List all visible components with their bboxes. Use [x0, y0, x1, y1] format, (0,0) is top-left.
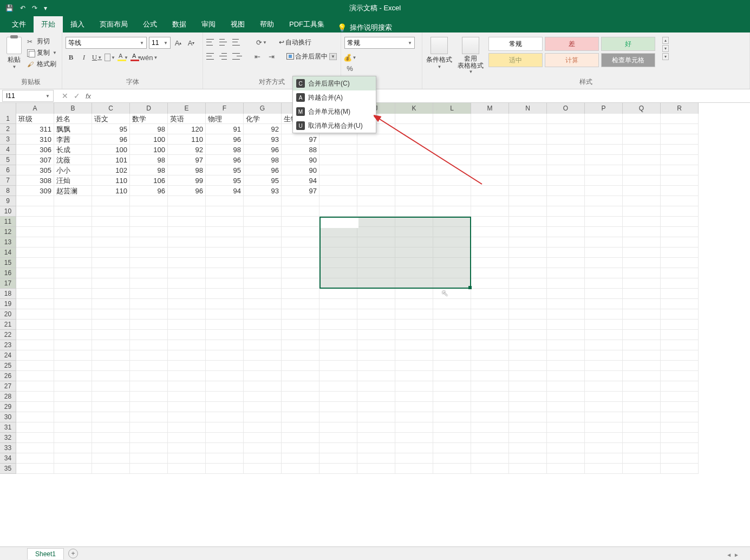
cell[interactable] [661, 453, 699, 464]
cell[interactable] [357, 381, 395, 392]
cell[interactable] [244, 371, 282, 381]
cell[interactable] [244, 443, 282, 453]
cell[interactable] [357, 206, 395, 217]
cell[interactable] [623, 134, 661, 145]
cell[interactable] [168, 464, 206, 474]
cell[interactable] [168, 299, 206, 309]
cell[interactable] [623, 196, 661, 206]
cell[interactable] [282, 464, 319, 474]
cell[interactable]: 96 [244, 145, 282, 155]
cell[interactable] [547, 340, 585, 350]
cell[interactable] [585, 217, 623, 227]
increase-indent-button[interactable]: ⇥ [266, 51, 277, 62]
row-header[interactable]: 19 [0, 299, 16, 309]
cell[interactable] [623, 464, 661, 474]
cell[interactable] [433, 350, 471, 361]
horizontal-scrollbar[interactable]: ◄► [726, 552, 739, 558]
cell[interactable] [661, 340, 699, 350]
cell[interactable] [585, 361, 623, 371]
cell[interactable] [585, 258, 623, 268]
cell[interactable] [54, 464, 92, 474]
cell[interactable] [130, 206, 168, 217]
cells[interactable]: 班级姓名语文数学英语物理化学生物311飘飘9598120919291310李茜9… [16, 114, 699, 474]
cancel-formula-icon[interactable]: ✕ [62, 92, 68, 100]
cell[interactable] [585, 320, 623, 330]
cell[interactable] [357, 464, 395, 474]
cell[interactable] [547, 330, 585, 340]
cell[interactable]: 306 [16, 145, 54, 155]
cell[interactable] [319, 278, 357, 289]
cell[interactable]: 小小 [54, 165, 92, 175]
cell[interactable] [92, 392, 130, 402]
cell[interactable] [547, 196, 585, 206]
cell[interactable] [168, 402, 206, 412]
chevron-down-icon[interactable]: ▼ [329, 53, 337, 60]
cell[interactable] [206, 330, 244, 340]
cell[interactable] [433, 371, 471, 381]
row-header[interactable]: 17 [0, 278, 16, 289]
cell[interactable] [319, 412, 357, 422]
copy-button[interactable]: 复制▼ [27, 48, 57, 57]
cell[interactable] [433, 268, 471, 278]
cell[interactable] [661, 155, 699, 165]
cell[interactable] [282, 237, 319, 248]
cell[interactable] [168, 196, 206, 206]
cell[interactable] [547, 186, 585, 196]
cell[interactable] [395, 155, 433, 165]
cell[interactable] [319, 145, 357, 155]
row-header[interactable]: 11 [0, 217, 16, 227]
row-header[interactable]: 27 [0, 381, 16, 392]
cell[interactable] [623, 392, 661, 402]
merge-and-center-item[interactable]: C合并后居中(C) [293, 76, 376, 90]
cell[interactable] [282, 206, 319, 217]
cell[interactable] [130, 196, 168, 206]
cell[interactable] [92, 258, 130, 268]
cell[interactable] [16, 299, 54, 309]
cell[interactable] [661, 165, 699, 175]
cell[interactable] [16, 309, 54, 320]
cell[interactable] [585, 392, 623, 402]
cell[interactable] [661, 145, 699, 155]
align-right-button[interactable] [232, 52, 242, 61]
cell[interactable] [206, 196, 244, 206]
cell[interactable] [92, 453, 130, 464]
column-header[interactable]: N [509, 103, 547, 114]
cell[interactable] [319, 248, 357, 258]
decrease-font-button[interactable]: A▾ [186, 37, 197, 48]
cell[interactable] [623, 402, 661, 412]
cell[interactable]: 班级 [16, 114, 54, 124]
cell[interactable] [623, 433, 661, 443]
cell[interactable] [16, 422, 54, 433]
cell[interactable]: 姓名 [54, 114, 92, 124]
cell[interactable] [54, 299, 92, 309]
cell[interactable] [585, 453, 623, 464]
cell[interactable] [661, 258, 699, 268]
row-header[interactable]: 30 [0, 412, 16, 422]
cell[interactable] [509, 227, 547, 237]
cell[interactable] [357, 299, 395, 309]
cell[interactable] [433, 453, 471, 464]
tab-page-layout[interactable]: 页面布局 [92, 16, 135, 32]
cell[interactable] [661, 175, 699, 186]
cell[interactable] [16, 217, 54, 227]
cell[interactable] [16, 278, 54, 289]
cell[interactable] [282, 278, 319, 289]
cell[interactable]: 赵芸澜 [54, 186, 92, 196]
cell[interactable] [282, 433, 319, 443]
cell[interactable] [547, 258, 585, 268]
cell[interactable]: 100 [130, 145, 168, 155]
cell[interactable] [244, 217, 282, 227]
cell[interactable] [92, 227, 130, 237]
cell[interactable] [319, 443, 357, 453]
row-header[interactable]: 35 [0, 464, 16, 474]
cell[interactable] [547, 361, 585, 371]
cell[interactable] [471, 268, 509, 278]
cell[interactable] [585, 412, 623, 422]
cell[interactable] [585, 330, 623, 340]
cell[interactable] [357, 237, 395, 248]
cell[interactable] [54, 320, 92, 330]
cell[interactable] [244, 227, 282, 237]
cell[interactable] [357, 371, 395, 381]
cell[interactable]: 94 [282, 175, 319, 186]
cell[interactable] [623, 289, 661, 299]
